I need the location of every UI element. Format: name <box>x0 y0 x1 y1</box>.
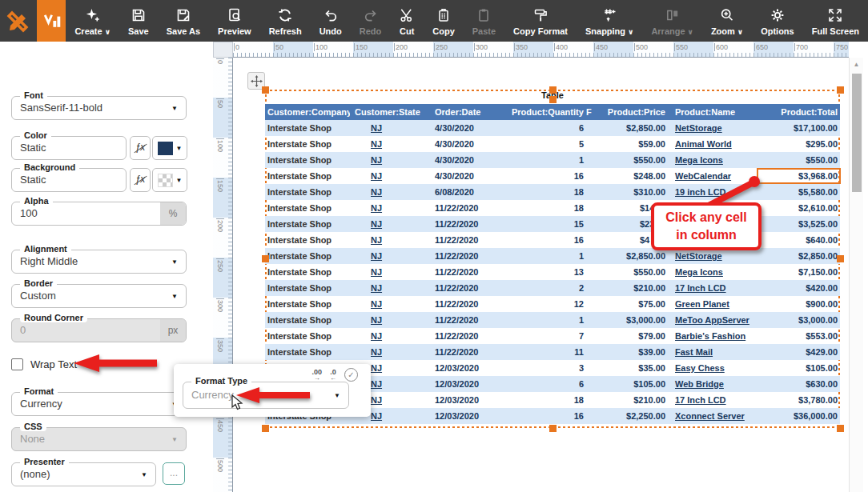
table-row[interactable]: Interstate ShopNJ11/22/20201$2,850.00Net… <box>265 248 840 264</box>
font-dropdown[interactable]: Font SansSerif-11-bold ▼ <box>11 96 187 120</box>
table-cell-state[interactable]: NJ <box>350 312 422 328</box>
resize-handle-bottom-left[interactable] <box>262 425 269 432</box>
table-cell-price[interactable]: $210.00 <box>593 280 672 296</box>
table-cell-date[interactable]: 12/03/2020 <box>422 392 505 408</box>
resize-handle-bottom-center[interactable] <box>549 425 557 432</box>
table-cell-qty[interactable]: 1 <box>505 312 593 328</box>
table-cell-state[interactable]: NJ <box>350 120 422 136</box>
table-cell-qty[interactable]: 6 <box>505 120 593 136</box>
table-cell-company[interactable]: Interstate Shop <box>265 120 350 136</box>
table-cell-total[interactable]: $640.00 <box>762 232 840 248</box>
table-cell-state[interactable]: NJ <box>350 216 422 232</box>
table-cell-name[interactable]: Mega Icons <box>672 152 762 168</box>
table-cell-qty[interactable]: 12 <box>505 296 593 312</box>
toolbar-item-save[interactable]: Save <box>119 0 158 42</box>
table-cell-qty[interactable]: 18 <box>505 200 593 216</box>
color-picker-button[interactable]: ▼ <box>152 136 187 160</box>
table-cell-name[interactable]: Green Planet <box>672 296 762 312</box>
toolbar-item-snapping[interactable]: Snapping∨ <box>577 0 642 42</box>
presenter-dropdown[interactable]: Presenter (none) ▼ <box>11 462 156 486</box>
table-cell-name[interactable]: Barbie's Fashion <box>672 328 762 344</box>
table-cell-date[interactable]: 11/22/2020 <box>422 200 505 216</box>
table-cell-date[interactable]: 11/22/2020 <box>422 328 505 344</box>
column-header[interactable]: Customer:State <box>350 104 422 120</box>
wrap-text-checkbox[interactable] <box>11 358 23 370</box>
table-cell-date[interactable]: 12/03/2020 <box>422 360 505 376</box>
table-cell-qty[interactable]: 5 <box>505 136 593 152</box>
column-header[interactable]: Order:Date <box>422 104 505 120</box>
table-cell-state[interactable]: NJ <box>350 152 422 168</box>
table-cell-total[interactable]: $429.00 <box>762 344 840 360</box>
toolbar-item-create[interactable]: Create∨ <box>66 0 119 42</box>
presenter-more-button[interactable]: ... <box>163 462 185 485</box>
table-cell-company[interactable]: Interstate Shop <box>265 328 350 344</box>
table-cell-date[interactable]: 4/30/2020 <box>422 120 505 136</box>
alpha-field[interactable]: Alpha 100 % <box>11 202 187 226</box>
table-cell-name[interactable]: 17 Inch LCD <box>672 280 762 296</box>
table-cell-total[interactable]: $553.00 <box>762 328 840 344</box>
table-cell-date[interactable]: 11/22/2020 <box>422 248 505 264</box>
table-cell-qty[interactable]: 11 <box>505 344 593 360</box>
table-cell-date[interactable]: 11/22/2020 <box>422 296 505 312</box>
resize-handle-top-right[interactable] <box>837 86 844 94</box>
table-cell-qty[interactable]: 2 <box>505 280 593 296</box>
toolbar-item-copy[interactable]: Copy <box>424 0 464 42</box>
selection-anchor-handle[interactable] <box>549 96 557 103</box>
table-cell-qty[interactable]: 18 <box>505 392 593 408</box>
table-cell-price[interactable]: $35.00 <box>593 360 672 376</box>
canvas-vertical-scrollbar[interactable]: ▲ <box>849 58 863 492</box>
table-cell-company[interactable]: Interstate Shop <box>265 312 350 328</box>
table-cell-name[interactable]: NetStorage <box>672 120 762 136</box>
toolbar-item-zoom[interactable]: Zoom∨ <box>702 0 752 42</box>
table-cell-name[interactable]: MeToo AppServer <box>672 312 762 328</box>
table-cell-total[interactable]: $17,100.00 <box>762 120 840 136</box>
table-cell-price[interactable]: $550.00 <box>593 264 672 280</box>
color-mode-field[interactable]: Color Static <box>11 136 127 160</box>
table-cell-price[interactable]: $79.00 <box>593 328 672 344</box>
border-dropdown[interactable]: Border Custom ▼ <box>11 284 187 308</box>
table-cell-price[interactable]: $2,250.00 <box>593 408 672 424</box>
table-row[interactable]: Interstate ShopNJ11/22/20202$210.0017 In… <box>265 280 840 296</box>
table-cell-price[interactable]: $2,850.00 <box>593 120 672 136</box>
resize-handle-top-left[interactable] <box>262 86 269 94</box>
table-row[interactable]: Interstate ShopNJ11/22/20207$79.00Barbie… <box>265 328 840 344</box>
table-cell-qty[interactable]: 1 <box>505 248 593 264</box>
toolbar-item-preview[interactable]: Preview <box>209 0 260 42</box>
table-cell-total[interactable]: $36,000.00 <box>762 408 840 424</box>
resize-handle-middle-left[interactable] <box>262 255 269 262</box>
table-cell-total[interactable]: $550.00 <box>762 152 840 168</box>
table-cell-qty[interactable]: 16 <box>505 408 593 424</box>
table-cell-price[interactable]: $39.00 <box>593 344 672 360</box>
table-cell-name[interactable]: Animal World <box>672 136 762 152</box>
table-cell-company[interactable]: Interstate Shop <box>265 232 350 248</box>
table-cell-price[interactable]: $310.00 <box>593 184 672 200</box>
table-cell-price[interactable]: $550.00 <box>593 152 672 168</box>
table-cell-state[interactable]: NJ <box>350 264 422 280</box>
table-cell-state[interactable]: NJ <box>350 296 422 312</box>
table-cell-state[interactable]: NJ <box>350 232 422 248</box>
table-cell-qty[interactable]: 18 <box>505 184 593 200</box>
table-cell-name[interactable]: 17 Inch LCD <box>672 392 762 408</box>
table-cell-date[interactable]: 12/03/2020 <box>422 376 505 392</box>
background-mode-field[interactable]: Background Static <box>11 168 127 192</box>
column-header[interactable]: Product:Name <box>672 104 762 120</box>
table-cell-price[interactable]: $210.00 <box>593 392 672 408</box>
table-cell-price[interactable]: $59.00 <box>593 136 672 152</box>
table-cell-total[interactable]: $3,780.00 <box>762 392 840 408</box>
background-formula-button[interactable]: ƒx <box>130 168 151 192</box>
table-cell-total[interactable]: $295.00 <box>762 136 840 152</box>
background-picker-button[interactable]: ▼ <box>152 168 187 192</box>
table-cell-name[interactable]: NetStorage <box>672 248 762 264</box>
table-cell-qty[interactable]: 15 <box>505 216 593 232</box>
color-formula-button[interactable]: ƒx <box>130 136 151 160</box>
table-cell-company[interactable]: Interstate Shop <box>265 168 350 184</box>
table-cell-state[interactable]: NJ <box>350 344 422 360</box>
table-cell-state[interactable]: NJ <box>350 200 422 216</box>
table-cell-price[interactable]: $2,850.00 <box>593 248 672 264</box>
table-cell-total[interactable]: $7,150.00 <box>762 264 840 280</box>
table-cell-price[interactable]: $3,000.00 <box>593 312 672 328</box>
table-cell-company[interactable]: Interstate Shop <box>265 344 350 360</box>
table-cell-qty[interactable]: 6 <box>505 376 593 392</box>
table-cell-company[interactable]: Interstate Shop <box>265 152 350 168</box>
alignment-dropdown[interactable]: Alignment Right Middle ▼ <box>11 250 187 274</box>
